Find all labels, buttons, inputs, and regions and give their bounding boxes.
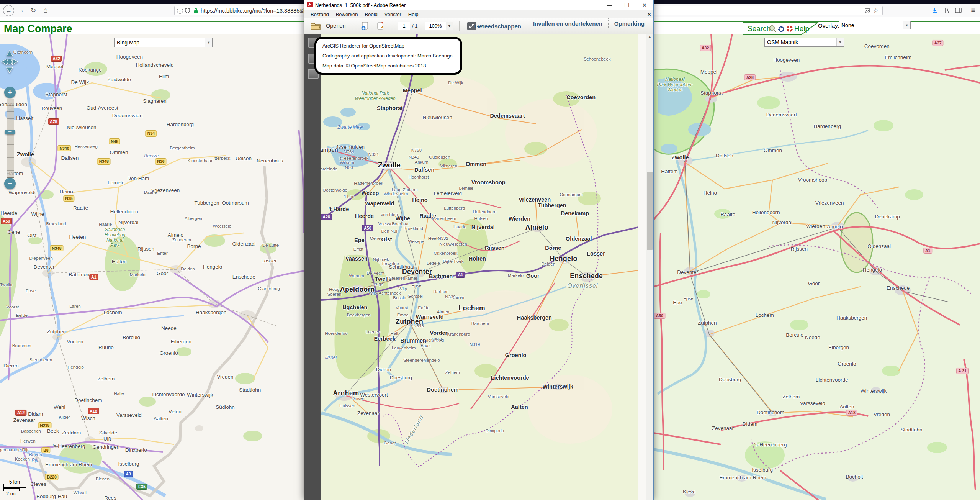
map-label: A28 — [321, 214, 332, 220]
zoom-slider-track[interactable] — [7, 99, 14, 178]
right-layer-select[interactable]: OSM Mapnik ▼ — [764, 38, 844, 47]
help-link[interactable]: Help — [794, 25, 809, 33]
menu-beeld[interactable]: Beeld — [362, 11, 381, 17]
pdf-navigation-strip[interactable] — [304, 34, 321, 500]
map-label: Vaassen — [345, 255, 368, 262]
pdf-scrollbar[interactable]: ▲ — [646, 34, 653, 500]
home-button[interactable]: ⌂ — [41, 5, 51, 15]
comment-button[interactable]: Opmerking — [608, 18, 650, 28]
map-label: Borculo — [123, 335, 140, 341]
map-label: Slagharen — [143, 98, 167, 105]
callout-line: Cartography and application development:… — [322, 53, 454, 59]
zoom-level-control[interactable]: 100% ▼ — [425, 22, 453, 30]
forward-button[interactable]: → — [16, 5, 26, 15]
download-icon[interactable] — [930, 5, 940, 15]
map-label: N319 — [470, 342, 480, 347]
right-map-labels: Nationaal Park Weerribben- WiedenMeppelS… — [654, 34, 980, 500]
menu-help[interactable]: Help — [405, 11, 422, 17]
menu-bar: Bestand Bewerken Beeld Venster Help ✕ — [304, 10, 653, 19]
map-label: Dijkerhoek — [443, 259, 463, 264]
zoom-in-button[interactable]: + — [4, 87, 16, 98]
adobe-reader-window: Netherlands_1_500k.pdf - Adobe Reader — … — [304, 0, 654, 500]
map-label: Zwolle — [378, 161, 401, 169]
map-label: Gendt — [384, 441, 396, 446]
map-label: Oldenzaal — [566, 236, 592, 242]
search-icon[interactable] — [769, 25, 777, 34]
map-label: Wisch — [81, 415, 95, 421]
map-label: De Vecht — [366, 271, 384, 276]
map-label: Bocholt — [846, 474, 863, 480]
map-label: Boven Rijn — [29, 453, 42, 464]
maximize-button[interactable]: ☐ — [618, 0, 636, 10]
chevron-down-icon[interactable]: ▼ — [446, 22, 453, 30]
map-label: Dalfsen — [414, 167, 434, 173]
search-link[interactable]: Search — [748, 25, 771, 33]
map-label: Dinxperlo — [486, 428, 504, 433]
map-pan-zoom-control[interactable]: + ─ − — [1, 50, 18, 192]
pan-compass[interactable] — [1, 50, 18, 74]
map-label: 't Harde — [329, 206, 349, 212]
bookmark-star-icon[interactable]: ☆ — [872, 7, 880, 14]
map-label: B8 — [41, 447, 50, 453]
sidebar-icon[interactable] — [953, 5, 963, 15]
save-copy-icon[interactable] — [361, 21, 369, 32]
window-title-bar[interactable]: Netherlands_1_500k.pdf - Adobe Reader — … — [304, 0, 653, 10]
map-label: Eibergen — [828, 344, 849, 351]
scroll-up-arrow[interactable]: ▲ — [646, 34, 653, 40]
page-actions-icon[interactable]: ⋯ — [855, 8, 863, 14]
map-label: Heerde — [0, 210, 17, 216]
map-label: Staphorst — [45, 92, 67, 98]
back-button[interactable]: ← — [3, 5, 14, 16]
left-map-bing[interactable]: GiethoornMeppelKoekangeHoogeveenHollands… — [0, 34, 306, 500]
search-help-tab: Search Help — [743, 22, 820, 36]
map-label: IJssel — [325, 355, 337, 361]
site-info-icon[interactable]: i — [177, 8, 183, 14]
close-button[interactable]: ✕ — [636, 0, 653, 10]
map-label: Haaksbergen — [517, 315, 552, 321]
map-label: Enschede — [887, 285, 910, 292]
page-number-input[interactable]: 1 — [398, 22, 410, 30]
minimize-button[interactable]: — — [600, 0, 618, 10]
open-button[interactable]: Openen — [326, 23, 346, 29]
pdf-map-page[interactable]: Zwarte MeerNational Park Weerribben-Wied… — [321, 34, 638, 500]
map-label: De Lutte — [262, 243, 279, 248]
map-label: 's-Heerenberg — [52, 443, 85, 449]
overlay-label: Overlay: — [818, 22, 839, 29]
locate-icon[interactable] — [778, 26, 784, 34]
map-label: Kranenburg — [447, 332, 470, 337]
map-label: Dieren — [3, 363, 19, 369]
menu-bestand[interactable]: Bestand — [307, 11, 332, 17]
map-label: Coevorden — [864, 43, 890, 49]
toolbar-close-icon[interactable]: ✕ — [647, 12, 651, 17]
left-layer-select[interactable]: Bing Map ▼ — [114, 38, 213, 47]
menu-venster[interactable]: Venster — [381, 11, 405, 17]
scale-km-bar — [3, 484, 26, 488]
map-label: Epse — [411, 284, 421, 289]
map-label: Wapenveld — [365, 200, 394, 207]
hamburger-menu-icon[interactable]: ≡ — [968, 5, 978, 15]
library-icon[interactable] — [941, 5, 951, 15]
map-label: Hulsen — [474, 216, 488, 221]
shield-icon[interactable] — [183, 8, 191, 13]
lifebuoy-help-icon[interactable] — [786, 25, 793, 34]
right-map-osm[interactable]: Nationaal Park Weerribben- WiedenMeppelS… — [654, 34, 980, 500]
fill-sign-button[interactable]: Invullen en ondertekenen — [527, 18, 608, 28]
map-label: A1 — [89, 274, 98, 280]
pocket-icon[interactable] — [863, 8, 872, 13]
share-file-icon[interactable] — [376, 21, 385, 32]
open-folder-icon[interactable] — [310, 21, 322, 32]
map-label: Oene — [7, 230, 20, 236]
menu-bewerken[interactable]: Bewerken — [332, 11, 362, 17]
map-label: Nijverdal — [772, 220, 792, 226]
map-label: Stadtlohn — [239, 387, 261, 393]
overlay-select[interactable]: None ▼ — [839, 21, 911, 29]
zoom-slider-handle[interactable]: ─ — [5, 130, 15, 134]
zoom-out-button[interactable]: − — [4, 178, 16, 189]
scale-mi-label: 2 mi — [6, 491, 26, 496]
chevron-down-icon: ▼ — [836, 38, 844, 46]
reload-button[interactable]: ↻ — [28, 5, 38, 15]
map-label: Glanerbrug — [258, 286, 280, 291]
map-label: Gendringen — [93, 444, 120, 451]
scrollbar-thumb[interactable] — [647, 172, 653, 250]
tools-button[interactable]: Gereedschappen — [469, 21, 527, 31]
